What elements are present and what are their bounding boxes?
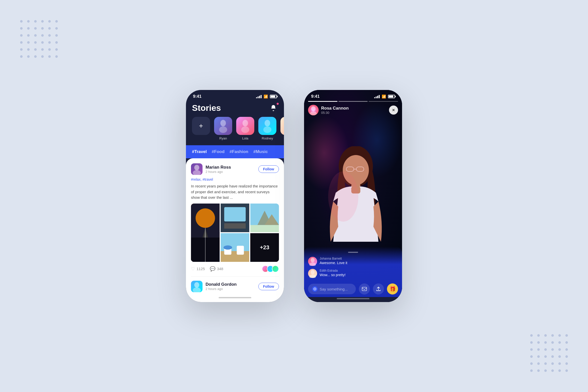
svg-rect-17 <box>224 207 246 221</box>
likes-count: 1125 <box>197 267 205 271</box>
stories-row: + Ryan <box>186 117 284 145</box>
stories-header: Stories <box>186 101 284 117</box>
post-time-2: 2 hours ago <box>206 287 237 291</box>
time-left: 9:41 <box>193 94 202 99</box>
post-avatar-1 <box>191 163 203 175</box>
post-author-info-1: Marian Ross 2 hours ago <box>191 163 231 175</box>
comment-content-1: Johanna Barnett Awesome. Love it <box>320 257 347 265</box>
decorative-dots-left <box>20 20 58 58</box>
comment-avatar-2 <box>308 269 317 278</box>
post-image-4[interactable] <box>221 233 249 262</box>
story-name-lola: Lola <box>242 136 249 140</box>
story-item-ryan[interactable]: Ryan <box>214 117 232 140</box>
svg-point-5 <box>263 126 271 133</box>
svg-point-26 <box>223 245 232 250</box>
follow-button-2[interactable]: Follow <box>258 283 279 290</box>
story-name-ryan: Ryan <box>219 136 227 140</box>
story-user-avatar <box>308 105 319 115</box>
wifi-icon: 📶 <box>264 94 268 99</box>
phones-container: 9:41 📶 Stories <box>186 90 402 302</box>
left-phone: 9:41 📶 Stories <box>186 90 284 302</box>
svg-rect-18 <box>224 223 246 228</box>
story-user-name: Rosa Cannon <box>321 106 349 111</box>
battery-icon-right <box>388 95 395 98</box>
follow-button-1[interactable]: Follow <box>258 165 279 173</box>
mini-avatar-3 <box>272 265 279 272</box>
battery-icon <box>270 95 277 98</box>
status-bar-left: 9:41 📶 <box>186 90 284 101</box>
svg-point-2 <box>242 120 248 126</box>
tag-music[interactable]: #Music <box>253 149 268 154</box>
status-bar-right: 9:41 📶 <box>304 90 402 99</box>
feed-section: Marian Ross 2 hours ago Follow #relax, #… <box>186 158 284 302</box>
story-item-lola[interactable]: Lola <box>236 117 254 140</box>
say-placeholder: Say something... <box>320 287 348 291</box>
svg-point-13 <box>195 208 215 228</box>
post-image-3[interactable] <box>250 204 279 232</box>
notification-bell-button[interactable] <box>269 104 278 113</box>
time-right: 9:41 <box>311 94 320 99</box>
story-item-susie[interactable]: Susie <box>280 117 284 140</box>
more-images-overlay: +23 <box>250 233 279 262</box>
post-image-5-more[interactable]: +23 <box>250 233 279 262</box>
post-card-2: Donald Gordon 2 hours ago Follow <box>191 276 279 292</box>
comment-username-2: Edith Estrada <box>320 269 346 272</box>
story-input-bar: Say something... <box>308 281 398 297</box>
svg-point-1 <box>219 126 227 133</box>
post-avatar-2 <box>191 281 203 292</box>
mail-button[interactable] <box>359 283 370 295</box>
stories-title: Stories <box>192 103 221 113</box>
post-author-name-1: Marian Ross <box>206 165 231 170</box>
svg-rect-48 <box>362 287 367 291</box>
svg-point-9 <box>193 170 201 175</box>
post-image-grid-1: +23 <box>191 204 279 262</box>
svg-rect-27 <box>237 246 244 255</box>
signal-icon-right <box>374 95 380 98</box>
comments-count: 348 <box>217 267 223 271</box>
heart-icon: ♡ <box>191 266 195 272</box>
notification-dot <box>277 103 279 105</box>
post-image-2[interactable] <box>221 204 249 232</box>
svg-point-37 <box>328 171 358 222</box>
svg-rect-22 <box>250 225 279 232</box>
post-footer-1: ♡ 1125 💬 348 <box>191 265 279 272</box>
share-button[interactable] <box>373 283 384 295</box>
story-item-rodney[interactable]: Rodney <box>258 117 276 140</box>
svg-point-30 <box>193 287 201 292</box>
engagement-avatars <box>264 265 279 272</box>
svg-point-39 <box>311 106 316 111</box>
tag-food[interactable]: #Food <box>212 149 225 154</box>
home-indicator-right <box>337 298 369 299</box>
svg-point-0 <box>220 120 226 126</box>
close-story-button[interactable]: × <box>389 106 398 115</box>
add-story-button[interactable]: + <box>192 117 210 140</box>
decorative-dots-right <box>530 334 568 372</box>
gift-icon: 🎁 <box>389 286 396 292</box>
story-user-info: Rosa Cannon 05:30 <box>308 105 349 115</box>
post-tags-1: #relax, #travel <box>191 177 279 181</box>
wifi-icon-right: 📶 <box>382 94 386 99</box>
svg-point-42 <box>311 258 315 262</box>
say-something-input[interactable]: Say something... <box>308 284 356 294</box>
story-name-rodney: Rodney <box>262 136 273 140</box>
comments-stat[interactable]: 💬 348 <box>210 266 223 272</box>
story-user-time: 05:30 <box>321 111 349 115</box>
home-indicator-left <box>219 297 251 298</box>
comment-item-2: Edith Estrada Wow... so pretty! <box>308 269 398 278</box>
comment-item-1: Johanna Barnett Awesome. Love it <box>308 257 398 266</box>
tag-fashion[interactable]: #Fashion <box>230 149 249 154</box>
svg-point-29 <box>194 282 199 288</box>
comment-avatar-1 <box>308 257 317 266</box>
likes-stat[interactable]: ♡ 1125 <box>191 266 205 272</box>
post-image-1[interactable] <box>191 204 220 262</box>
story-top-header: Rosa Cannon 05:30 × <box>304 104 402 117</box>
svg-point-8 <box>194 165 199 170</box>
svg-point-45 <box>311 270 315 274</box>
tag-travel[interactable]: #Travel <box>192 149 207 154</box>
comment-username-1: Johanna Barnett <box>320 257 347 260</box>
post-card-1: Marian Ross 2 hours ago Follow #relax, #… <box>191 163 279 272</box>
post-time-1: 2 hours ago <box>206 170 231 174</box>
status-icons-left: 📶 <box>256 94 277 99</box>
svg-point-3 <box>241 126 249 133</box>
gift-button[interactable]: 🎁 <box>387 283 398 295</box>
